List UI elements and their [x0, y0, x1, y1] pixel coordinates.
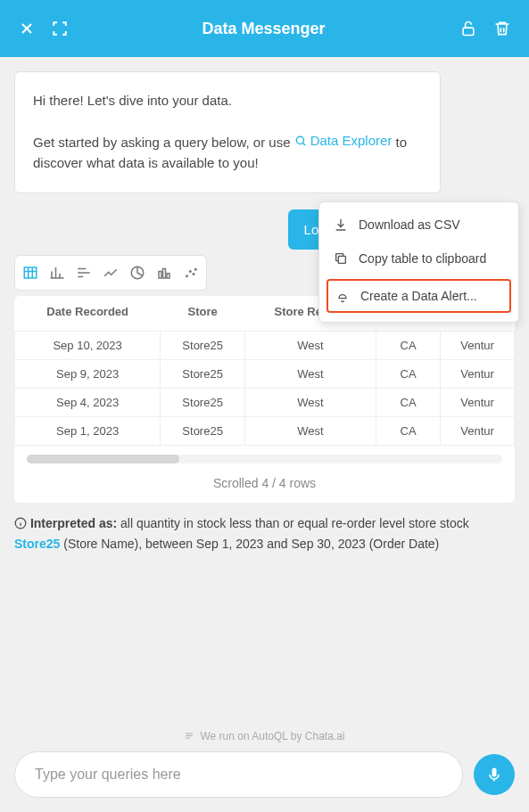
horizontal-bar-icon[interactable]: [76, 265, 92, 281]
svg-rect-16: [338, 256, 345, 263]
table-row: Sep 4, 2023 Store25 West CA Ventur: [15, 389, 515, 417]
expand-icon[interactable]: [52, 21, 68, 37]
svg-rect-6: [167, 274, 169, 278]
pie-chart-icon[interactable]: [129, 265, 145, 281]
header-left-group: [18, 20, 68, 37]
table-row: Sep 1, 2023 Store25 West CA Ventur: [15, 417, 515, 446]
scrolled-count: Scrolled 4 / 4 rows: [14, 467, 515, 503]
svg-rect-5: [163, 269, 166, 279]
download-icon: [334, 217, 348, 232]
footer: We run on AutoQL by Chata.ai: [0, 730, 529, 812]
table-header[interactable]: Store: [161, 296, 245, 332]
table-row: Sep 9, 2023 Store25 West CA Ventur: [15, 360, 515, 389]
interpretation-text: Interpreted as: all quantity in stock le…: [14, 513, 515, 554]
info-icon: [14, 517, 27, 529]
svg-point-1: [296, 136, 303, 144]
svg-point-10: [194, 268, 197, 271]
app-title: Data Messenger: [202, 20, 325, 38]
bar-chart-icon[interactable]: [49, 265, 65, 281]
more-options-menu: Download as CSV Copy table to clipboard …: [318, 201, 519, 323]
menu-create-alert[interactable]: Create a Data Alert...: [326, 279, 511, 313]
trash-icon[interactable]: [493, 20, 511, 37]
svg-rect-17: [492, 768, 497, 777]
svg-rect-0: [463, 28, 474, 35]
table-header[interactable]: Date Recorded: [15, 296, 161, 332]
lock-open-icon[interactable]: [459, 20, 477, 37]
store-link[interactable]: Store25: [14, 537, 60, 551]
scatter-chart-icon[interactable]: [183, 265, 199, 281]
svg-rect-2: [24, 267, 37, 278]
svg-point-9: [193, 273, 195, 275]
svg-rect-4: [159, 272, 161, 279]
menu-download-csv[interactable]: Download as CSV: [319, 208, 518, 242]
viz-toolbar: [14, 255, 207, 291]
bell-icon: [335, 289, 350, 303]
line-chart-icon[interactable]: [103, 265, 119, 281]
svg-point-7: [186, 275, 188, 278]
app-header: Data Messenger: [0, 0, 529, 57]
intro-greeting: Hi there! Let's dive into your data.: [33, 90, 422, 111]
query-input[interactable]: [14, 751, 463, 798]
powered-by-text: We run on AutoQL by Chata.ai: [14, 730, 515, 742]
menu-copy-clipboard[interactable]: Copy table to clipboard: [319, 242, 518, 275]
intro-body: Get started by asking a query below, or …: [33, 130, 422, 173]
input-row: [14, 751, 515, 798]
sparkle-icon: [184, 731, 194, 742]
svg-point-8: [189, 270, 192, 273]
horizontal-scrollbar[interactable]: [27, 455, 502, 463]
header-right-group: [459, 20, 511, 37]
column-chart-icon[interactable]: [156, 265, 172, 281]
mic-button[interactable]: [474, 754, 515, 795]
intro-card: Hi there! Let's dive into your data. Get…: [14, 71, 441, 193]
scrollbar-thumb[interactable]: [27, 455, 179, 463]
close-icon[interactable]: [18, 20, 36, 37]
table-row: Sep 10, 2023 Store25 West CA Ventur: [15, 332, 515, 360]
data-explorer-link[interactable]: Data Explorer: [294, 130, 393, 151]
microphone-icon: [485, 766, 503, 783]
table-view-icon[interactable]: [22, 265, 38, 281]
results-card: Date Recorded Store Store Region State C…: [14, 296, 515, 503]
clipboard-icon: [334, 251, 348, 266]
